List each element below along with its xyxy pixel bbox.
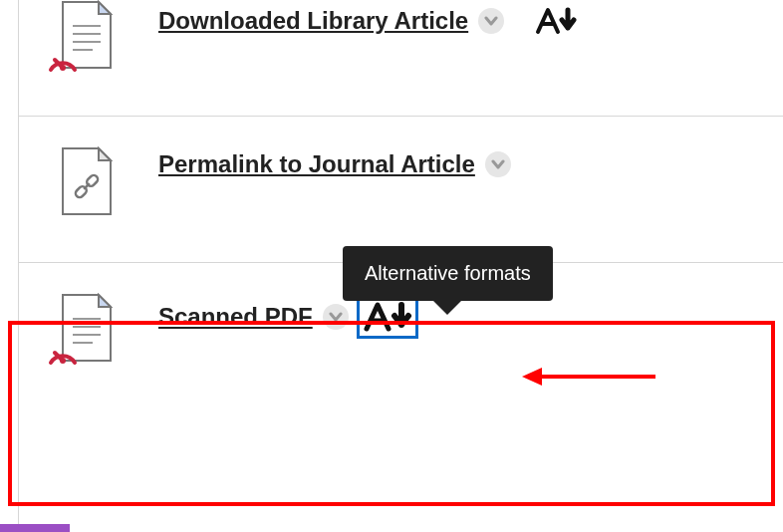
expand-button[interactable]: [323, 304, 349, 330]
item-title-link[interactable]: Permalink to Journal Article: [158, 150, 475, 178]
tooltip-alternative-formats: Alternative formats: [343, 246, 553, 301]
annotation-arrow: [520, 365, 659, 389]
gauge-icon: [45, 337, 81, 373]
item-icon-area: [59, 146, 158, 222]
content-list: Downloaded Library Article: [18, 0, 783, 532]
item-icon-area: [59, 0, 158, 76]
tooltip-label: Alternative formats: [365, 262, 531, 284]
item-title-link[interactable]: Downloaded Library Article: [158, 7, 468, 35]
chevron-down-icon: [329, 310, 343, 324]
arrow-left-icon: [520, 365, 659, 389]
progress-strip: [0, 524, 70, 532]
item-main: Permalink to Journal Article: [158, 146, 511, 178]
list-item: Downloaded Library Article: [19, 0, 783, 117]
alt-format-icon: [534, 6, 578, 36]
alternative-formats-button[interactable]: [532, 4, 580, 38]
chevron-down-icon: [484, 14, 498, 28]
list-item: Permalink to Journal Article: [19, 117, 783, 263]
item-main: Downloaded Library Article: [158, 0, 580, 38]
expand-button[interactable]: [478, 8, 504, 34]
alt-format-icon: [361, 299, 414, 335]
link-document-icon: [59, 146, 115, 218]
alternative-formats-button[interactable]: [359, 297, 416, 337]
item-icon-area: [59, 293, 158, 369]
chevron-down-icon: [491, 157, 505, 171]
svg-point-5: [60, 65, 66, 71]
item-title-link[interactable]: Scanned PDF: [158, 303, 313, 331]
svg-point-14: [60, 358, 66, 364]
gauge-icon: [45, 44, 81, 80]
expand-button[interactable]: [485, 151, 511, 177]
